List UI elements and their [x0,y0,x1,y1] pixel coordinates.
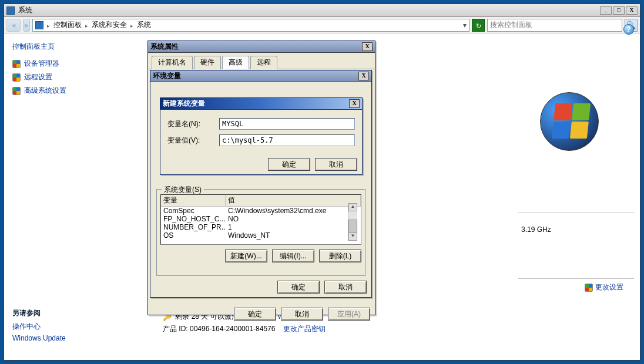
remote-settings-link[interactable]: 远程设置 [12,72,125,82]
see-also-heading: 另请参阅 [12,308,66,318]
windows-logo [540,92,599,151]
system-variables-legend: 系统变量(S) [162,185,204,195]
control-panel-home-link[interactable]: 控制面板主页 [12,42,125,52]
col-value[interactable]: 值 [226,195,361,206]
system-variables-group: 系统变量(S) 变量 值 ComSpecC:\Windows\system32\… [156,189,365,276]
list-row[interactable]: FP_NO_HOST_C...NO [161,215,361,223]
variable-value-label: 变量值(V): [167,136,214,146]
search-placeholder: 搜索控制面板 [490,20,619,30]
cpu-freq-value: 3.19 GHz [521,225,551,234]
system-properties-title: 系统属性 [150,42,362,52]
sysprops-cancel-button[interactable]: 取消 [281,308,323,321]
breadcrumb-root[interactable]: 控制面板 [53,20,82,30]
var-name: ComSpec [161,207,226,215]
product-id-text: 产品 ID: 00496-164-2400001-84576 [163,325,275,333]
remote-settings-label: 远程设置 [24,72,52,82]
breadcrumb-field[interactable]: 控制面板 系统和安全 系统 ▾ [32,19,469,32]
breadcrumb-leaf[interactable]: 系统 [137,20,151,30]
sysvar-delete-button[interactable]: 删除(L) [319,250,361,262]
newvar-buttons: 确定 取消 [160,154,362,174]
shield-icon [12,60,21,68]
maximize-button[interactable]: □ [613,6,625,15]
var-value: C:\Windows\system32\cmd.exe [226,207,361,215]
newvar-cancel-button[interactable]: 取消 [315,158,357,171]
var-value: NO [226,215,361,223]
activation-line2: 产品 ID: 00496-164-2400001-84576 更改产品密钥 [163,324,326,334]
list-row[interactable]: ComSpecC:\Windows\system32\cmd.exe [161,207,361,215]
env-ok-button[interactable]: 确定 [277,281,320,294]
app-icon [6,6,15,15]
env-vars-titlebar[interactable]: 环境变量 X [150,70,371,82]
refresh-button[interactable]: ↻ [472,19,485,32]
sysprops-ok-button[interactable]: 确定 [234,308,276,321]
search-input[interactable]: 搜索控制面板 [487,19,622,32]
tab-hardware[interactable]: 硬件 [194,56,221,69]
advanced-system-settings-label: 高级系统设置 [24,86,66,96]
close-button[interactable]: X [626,6,638,15]
device-manager-link[interactable]: 设备管理器 [12,59,125,69]
var-value: 1 [226,223,361,231]
env-vars-buttons: 确定 取消 [150,277,371,297]
system-properties-close-button[interactable]: X [362,42,373,51]
address-dropdown-icon[interactable]: ▾ [463,21,467,29]
new-system-variable-dialog: 新建系统变量 X 变量名(N): 变量值(V): 确定 取消 [160,97,363,175]
variable-value-input[interactable] [219,134,355,146]
newvar-title: 新建系统变量 [163,99,349,109]
sysvar-new-button[interactable]: 新建(W)... [225,250,267,262]
window-title: 系统 [18,5,599,15]
variable-name-row: 变量名(N): [167,118,355,130]
sysvar-edit-button[interactable]: 编辑(I)... [272,250,314,262]
env-vars-title: 环境变量 [153,71,358,81]
list-header: 变量 值 [161,195,361,207]
system-properties-buttons: 确定 取消 应用(A) [148,304,375,324]
list-row[interactable]: NUMBER_OF_PR...1 [161,223,361,231]
tab-remote[interactable]: 远程 [250,56,277,69]
newvar-ok-button[interactable]: 确定 [268,158,310,171]
variable-name-input[interactable] [219,118,355,130]
breadcrumb-sep [46,21,51,29]
change-settings-link[interactable]: 更改设置 [585,282,623,292]
action-center-link[interactable]: 操作中心 [12,322,66,332]
system-window: 系统 _ □ X ◄ ► 控制面板 系统和安全 系统 ▾ ↻ 搜索控制面板 🔍 … [4,4,640,360]
var-name: OS [161,231,226,240]
newvar-close-button[interactable]: X [349,99,360,108]
change-product-key-link[interactable]: 更改产品密钥 [283,325,326,333]
scrollbar[interactable]: ▲▼ [348,203,357,241]
separator [518,278,634,279]
location-icon [35,21,43,29]
var-name: FP_NO_HOST_C... [161,215,226,223]
system-variables-list[interactable]: 变量 值 ComSpecC:\Windows\system32\cmd.exe … [160,194,361,245]
variable-name-label: 变量名(N): [167,119,214,129]
system-properties-titlebar[interactable]: 系统属性 X [148,41,375,53]
window-controls: _ □ X [599,6,638,15]
address-bar: ◄ ► 控制面板 系统和安全 系统 ▾ ↻ 搜索控制面板 🔍 [4,17,640,33]
minimize-button[interactable]: _ [600,6,612,15]
var-value: Windows_NT [226,231,361,240]
windows-update-link[interactable]: Windows Update [12,334,66,342]
windows-brand-area [511,86,628,151]
tab-advanced[interactable]: 高级 [222,56,249,69]
change-settings-label: 更改设置 [595,282,623,292]
variable-value-row: 变量值(V): [167,134,355,146]
separator [518,213,634,213]
shield-icon [12,87,21,95]
env-vars-close-button[interactable]: X [358,72,369,80]
shield-icon [585,284,593,292]
newvar-body: 变量名(N): 变量值(V): [160,110,362,154]
breadcrumb-mid[interactable]: 系统和安全 [92,20,127,30]
back-button[interactable]: ◄ [6,19,21,32]
titlebar[interactable]: 系统 _ □ X [4,4,640,17]
var-name: NUMBER_OF_PR... [161,223,226,231]
env-cancel-button[interactable]: 取消 [324,281,367,294]
breadcrumb-sep [84,21,89,29]
system-properties-tabs: 计算机名 硬件 高级 远程 [148,53,375,69]
newvar-titlebar[interactable]: 新建系统变量 X [160,98,362,110]
breadcrumb-sep [129,21,135,29]
tab-computer-name[interactable]: 计算机名 [152,56,193,69]
col-variable[interactable]: 变量 [161,195,226,206]
see-also-panel: 另请参阅 操作中心 Windows Update [12,308,66,345]
sysprops-apply-button[interactable]: 应用(A) [328,308,370,321]
forward-button[interactable]: ► [23,19,30,32]
list-row[interactable]: OSWindows_NT [161,231,361,240]
advanced-system-settings-link[interactable]: 高级系统设置 [12,86,125,96]
